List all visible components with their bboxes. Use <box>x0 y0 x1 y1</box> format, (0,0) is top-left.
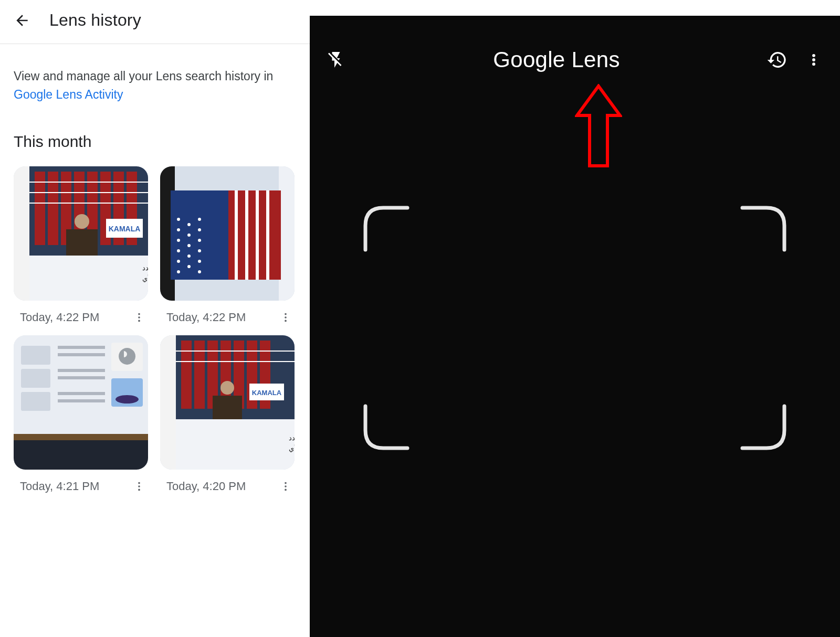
svg-text:KAMALA: KAMALA <box>109 225 141 233</box>
history-item[interactable]: Today, 4:21 PM <box>14 335 150 494</box>
history-item[interactable]: KAMALA "في ظل زخم ترشحها".. هاريس تهدد ت… <box>160 335 296 494</box>
svg-point-37 <box>187 233 191 237</box>
history-header: Lens history <box>0 0 310 44</box>
svg-text:"في ظل زخم ترشحها".. هاريس تهد: "في ظل زخم ترشحها".. هاريس تهدد <box>142 264 148 272</box>
svg-rect-59 <box>21 392 50 411</box>
viewfinder-corner-icon <box>740 404 788 451</box>
svg-point-33 <box>177 218 180 221</box>
viewfinder-corner-icon <box>362 404 410 451</box>
history-thumbnail <box>160 166 295 301</box>
svg-point-22 <box>138 316 140 318</box>
lens-camera-panel: Google Lens <box>310 16 840 637</box>
svg-point-34 <box>187 265 191 268</box>
history-description: View and manage all your Lens search his… <box>0 44 310 103</box>
svg-point-39 <box>198 270 201 273</box>
history-item-menu-button[interactable] <box>132 479 146 494</box>
svg-point-42 <box>198 239 201 242</box>
more-vert-icon <box>806 52 821 67</box>
svg-point-69 <box>138 485 140 487</box>
svg-point-40 <box>198 260 201 263</box>
svg-point-41 <box>198 249 201 252</box>
svg-text:KAMALA: KAMALA <box>252 389 282 397</box>
svg-rect-66 <box>58 392 105 395</box>
svg-rect-54 <box>14 440 148 470</box>
history-description-text: View and manage all your Lens search his… <box>14 69 273 83</box>
more-vert-icon <box>133 481 145 492</box>
history-item-menu-button[interactable] <box>278 310 293 325</box>
svg-point-23 <box>138 320 140 322</box>
section-heading: This month <box>0 103 310 151</box>
svg-rect-65 <box>58 376 105 379</box>
lens-history-button[interactable] <box>766 49 788 70</box>
svg-point-43 <box>198 228 201 231</box>
svg-point-52 <box>285 320 287 322</box>
svg-rect-55 <box>14 434 148 440</box>
svg-point-28 <box>177 270 180 273</box>
svg-point-90 <box>285 482 287 484</box>
svg-point-31 <box>177 239 180 242</box>
svg-point-92 <box>285 489 287 491</box>
svg-point-93 <box>812 54 815 57</box>
svg-point-36 <box>187 244 191 247</box>
history-item-menu-button[interactable] <box>132 310 146 325</box>
svg-rect-83 <box>213 396 242 419</box>
history-thumbnail: KAMALA "في ظل زخم ترشحها".. هاريس تهدد ت… <box>160 335 295 470</box>
history-thumbnail: KAMALA "في ظل زخم ترشحها".. هاريس تهدد ت… <box>14 166 148 301</box>
annotation-arrow-icon <box>575 84 622 168</box>
lens-activity-link[interactable]: Google Lens Activity <box>14 88 123 101</box>
svg-rect-72 <box>160 335 176 470</box>
svg-point-68 <box>138 482 140 484</box>
svg-rect-27 <box>171 190 228 280</box>
svg-point-94 <box>812 58 815 61</box>
history-icon <box>766 49 788 70</box>
lens-more-button[interactable] <box>803 49 824 70</box>
svg-rect-67 <box>58 399 105 402</box>
svg-rect-87 <box>176 419 295 470</box>
lens-title: Google Lens <box>493 47 620 72</box>
svg-point-21 <box>138 313 140 315</box>
svg-rect-14 <box>66 229 98 256</box>
svg-text:"في ظل زخم ترشحها".. هاريس تهد: "في ظل زخم ترشحها".. هاريس تهدد <box>289 434 295 442</box>
history-item-menu-button[interactable] <box>278 479 293 494</box>
svg-point-51 <box>285 316 287 318</box>
svg-text:تفوق ترمب في استطلاعات الرأي: تفوق ترمب في استطلاعات الرأي <box>142 274 148 283</box>
svg-point-50 <box>285 313 287 315</box>
history-item-time: Today, 4:22 PM <box>20 311 99 324</box>
svg-text:تفوق ترمب في استطلاعات الرأي: تفوق ترمب في استطلاعات الرأي <box>289 444 295 453</box>
history-item[interactable]: KAMALA "في ظل زخم ترشحها".. هاريس تهدد ت… <box>14 166 150 325</box>
svg-rect-58 <box>21 369 50 388</box>
viewfinder-frame <box>362 205 788 451</box>
svg-point-29 <box>177 260 180 263</box>
svg-point-70 <box>138 489 140 491</box>
svg-rect-62 <box>58 346 105 349</box>
back-arrow-button[interactable] <box>13 11 32 30</box>
svg-point-44 <box>198 218 201 221</box>
history-grid: KAMALA "في ظل زخم ترشحها".. هاريس تهدد ت… <box>0 151 310 494</box>
svg-point-32 <box>177 228 180 231</box>
more-vert-icon <box>280 312 291 323</box>
svg-point-15 <box>75 214 89 229</box>
history-thumbnail <box>14 335 148 470</box>
svg-rect-64 <box>58 369 105 372</box>
svg-point-95 <box>812 62 815 66</box>
viewfinder-corner-icon <box>362 205 410 252</box>
flash-off-icon <box>327 50 345 69</box>
svg-point-35 <box>187 254 191 258</box>
svg-rect-26 <box>279 166 295 301</box>
history-item-time: Today, 4:22 PM <box>166 311 246 324</box>
viewfinder-corner-icon <box>740 205 788 252</box>
svg-point-91 <box>285 485 287 487</box>
svg-point-30 <box>177 249 180 252</box>
more-vert-icon <box>280 481 291 492</box>
svg-rect-18 <box>29 256 148 301</box>
history-item[interactable]: Today, 4:22 PM <box>160 166 296 325</box>
lens-history-panel: Lens history View and manage all your Le… <box>0 0 310 637</box>
history-item-time: Today, 4:20 PM <box>166 480 246 493</box>
svg-rect-1 <box>14 166 29 301</box>
svg-point-84 <box>220 381 234 395</box>
history-item-time: Today, 4:21 PM <box>20 480 99 493</box>
more-vert-icon <box>133 312 145 323</box>
lens-header: Google Lens <box>310 47 840 72</box>
svg-rect-63 <box>58 353 105 356</box>
flash-off-button[interactable] <box>326 49 346 70</box>
